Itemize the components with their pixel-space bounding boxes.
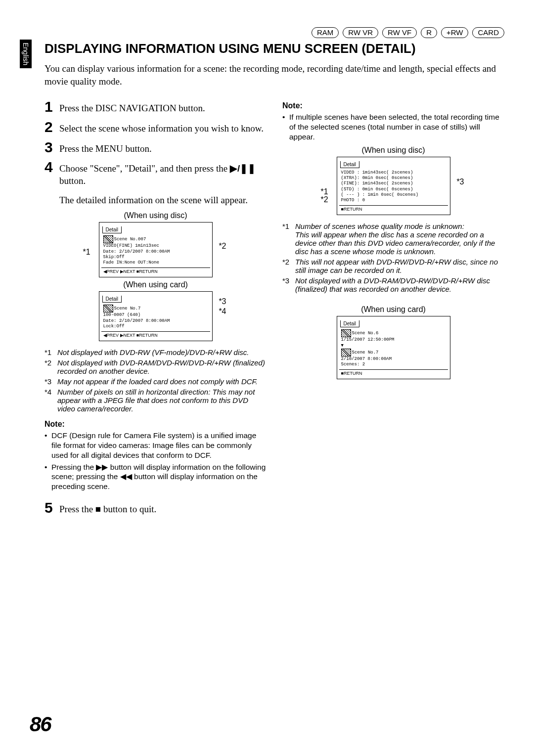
- step-number: 2: [44, 120, 55, 134]
- annot-row: *2This will not appear with DVD-RW/DVD-R…: [282, 258, 504, 274]
- right-column: Note: •If multiple scenes have been sele…: [282, 95, 504, 521]
- step-3: 3 Press the MENU button.: [44, 140, 267, 155]
- lcd-screen: Detail Scene No.007 VIDEO(FINE) 1min13se…: [99, 222, 213, 277]
- step-text: Press the MENU button.: [59, 140, 152, 155]
- lcd-body: Scene No.7 100-0007 (640) Date: 2/10/200…: [101, 304, 210, 330]
- scene-thumb-icon: [103, 305, 113, 312]
- step-text-part2: button.: [59, 176, 86, 186]
- step-number: 4: [44, 160, 55, 175]
- annot-val: This will not appear with DVD-RW/DVD-R/+…: [295, 258, 504, 274]
- annot-val: Not displayed with DVD-RW (VF-mode)/DVD-…: [57, 348, 267, 356]
- lcd-line: 100-0007 (640): [103, 312, 141, 317]
- step-text-part1: Choose "Scene", "Detail", and then press…: [59, 163, 230, 174]
- list-item: •DCF (Design rule for Camera File system…: [44, 431, 267, 460]
- step-1: 1 Press the DISC NAVIGATION button.: [44, 99, 267, 115]
- step-text: Press the ■ button to quit.: [59, 500, 156, 516]
- manual-page: English RAM RW VR RW VF R +RW CARD DISPL…: [0, 0, 534, 756]
- lcd-card-right-wrap: Detail Scene No.6 1/15/2007 12:50:00PM ▼…: [322, 316, 465, 379]
- lcd-line: Date: 2/10/2007 8:00:00AM: [103, 249, 170, 254]
- bullet-icon: •: [44, 431, 51, 460]
- lcd-line: VIDEO : 1min43sec( 2scenes): [341, 170, 413, 175]
- lcd-line: 1/15/2007 12:50:00PM: [341, 337, 395, 342]
- lcd-title: Detail: [340, 320, 360, 327]
- caption-disc: (When using disc): [44, 211, 267, 220]
- annot-key: *2: [282, 258, 295, 274]
- lcd-footer: ◀PREV ▶NEXT ■RETURN: [101, 267, 210, 275]
- bullet-icon: •: [282, 112, 289, 141]
- annot-row: *3May not appear if the loaded card does…: [44, 377, 267, 386]
- lcd-line: (STD) : 0min 0sec( 0scenes): [341, 187, 413, 192]
- lcd-body: VIDEO : 1min43sec( 2scenes) (XTRA): 0min…: [339, 169, 448, 205]
- annot-val: Not displayed with a DVD-RAM/DVD-RW/DVD-…: [295, 276, 504, 293]
- annot-row: *1Not displayed with DVD-RW (VF-mode)/DV…: [44, 348, 267, 356]
- badge-rwvf: RW VF: [382, 27, 417, 38]
- step-text: Choose "Scene", "Detail", and then press…: [59, 160, 267, 206]
- step-4: 4 Choose "Scene", "Detail", and then pre…: [44, 160, 267, 206]
- badge-card: CARD: [472, 27, 504, 38]
- lcd-line: ▼: [341, 343, 344, 348]
- callout-4: *4: [219, 307, 226, 316]
- annot-row: *4Number of pixels on still in horizonta…: [44, 388, 267, 413]
- lcd-line: (FINE): 1min43sec( 2scenes): [341, 181, 413, 186]
- annot-key: *1: [44, 348, 57, 356]
- annot-val: May not appear if the loaded card does n…: [57, 377, 267, 386]
- bullet-text: If multiple scenes have been selected, t…: [289, 112, 504, 141]
- step-number: 3: [44, 140, 55, 155]
- lcd-line: Fade IN:None OUT:None: [103, 260, 159, 265]
- caption-card: (When using card): [282, 305, 504, 314]
- step-text-part2: button to quit.: [101, 504, 156, 514]
- callout-2: *2: [321, 195, 328, 204]
- scene-thumb-icon: [341, 349, 351, 356]
- lcd-footer: ■RETURN: [339, 369, 448, 377]
- callout-2: *2: [219, 242, 226, 251]
- lcd-screen: Detail Scene No.6 1/15/2007 12:50:00PM ▼…: [337, 316, 450, 379]
- lcd-line: Date: 2/10/2007 8:00:00AM: [103, 318, 170, 323]
- step-4-followup: The detailed information on the scene wi…: [59, 195, 248, 205]
- annot-row: *1Number of scenes whose quality mode is…: [282, 222, 504, 256]
- badge-plusrw: +RW: [441, 27, 468, 38]
- lcd-line: Lock:Off: [103, 324, 125, 329]
- lcd-screen: Detail Scene No.7 100-0007 (640) Date: 2…: [99, 291, 213, 341]
- bullet-icon: •: [44, 462, 51, 491]
- play-pause-icon: ▶/❚❚: [230, 163, 256, 174]
- annot-row: *2Not displayed with DVD-RAM/DVD-RW/DVD-…: [44, 358, 267, 375]
- list-item: •Pressing the ▶▶ button will display inf…: [44, 462, 267, 491]
- annot-row: *3Not displayed with a DVD-RAM/DVD-RW/DV…: [282, 276, 504, 293]
- badge-rwvr: RW VR: [343, 27, 378, 38]
- lcd-disc-left-wrap: *1 *2 Detail Scene No.007 VIDEO(FINE) 1m…: [84, 222, 227, 277]
- callout-3: *3: [456, 178, 464, 186]
- note-body: •DCF (Design rule for Camera File system…: [44, 431, 267, 491]
- media-badges: RAM RW VR RW VF R +RW CARD: [44, 27, 504, 38]
- step-2: 2 Select the scene whose information you…: [44, 120, 267, 135]
- lcd-line: PHOTO : 0: [341, 198, 365, 203]
- lcd-screen: Detail VIDEO : 1min43sec( 2scenes) (XTRA…: [337, 157, 450, 216]
- annot-val: Number of scenes whose quality mode is u…: [295, 222, 504, 256]
- note-heading: Note:: [44, 420, 267, 429]
- bullet-text: DCF (Design rule for Camera File system)…: [51, 431, 267, 460]
- stop-icon: ■: [95, 504, 101, 514]
- lcd-line: VIDEO(FINE) 1min13sec: [103, 243, 159, 248]
- callout-1: *1: [83, 248, 90, 257]
- annot-key: *3: [282, 276, 295, 293]
- left-annotations: *1Not displayed with DVD-RW (VF-mode)/DV…: [44, 348, 267, 413]
- badge-ram: RAM: [312, 27, 339, 38]
- bullet-text: Pressing the ▶▶ button will display info…: [51, 462, 267, 491]
- note-body: •If multiple scenes have been selected, …: [282, 112, 504, 141]
- lcd-line: Scene No.6: [352, 331, 379, 336]
- lcd-title: Detail: [102, 296, 122, 303]
- lcd-footer: ■RETURN: [339, 205, 448, 213]
- step-5: 5 Press the ■ button to quit.: [44, 500, 267, 516]
- annot-val: Number of pixels on still in horizontal …: [57, 388, 267, 413]
- lcd-footer: ◀PREV ▶NEXT ■RETURN: [101, 331, 210, 339]
- lcd-line: Skip:Off: [103, 255, 125, 260]
- lcd-line: Scenes: 2: [341, 362, 365, 367]
- lcd-line: 2/10/2007 8:00:00AM: [341, 356, 392, 361]
- lcd-title: Detail: [340, 161, 360, 168]
- caption-card: (When using card): [44, 280, 267, 289]
- annot-val: Not displayed with DVD-RAM/DVD-RW/DVD-R/…: [57, 358, 267, 375]
- lcd-body: Scene No.6 1/15/2007 12:50:00PM ▼ Scene …: [339, 328, 448, 368]
- scene-thumb-icon: [341, 329, 351, 337]
- lcd-line: Scene No.007: [114, 237, 146, 242]
- callout-3: *3: [219, 297, 226, 306]
- page-title: DISPLAYING INFORMATION USING MENU SCREEN…: [44, 41, 504, 56]
